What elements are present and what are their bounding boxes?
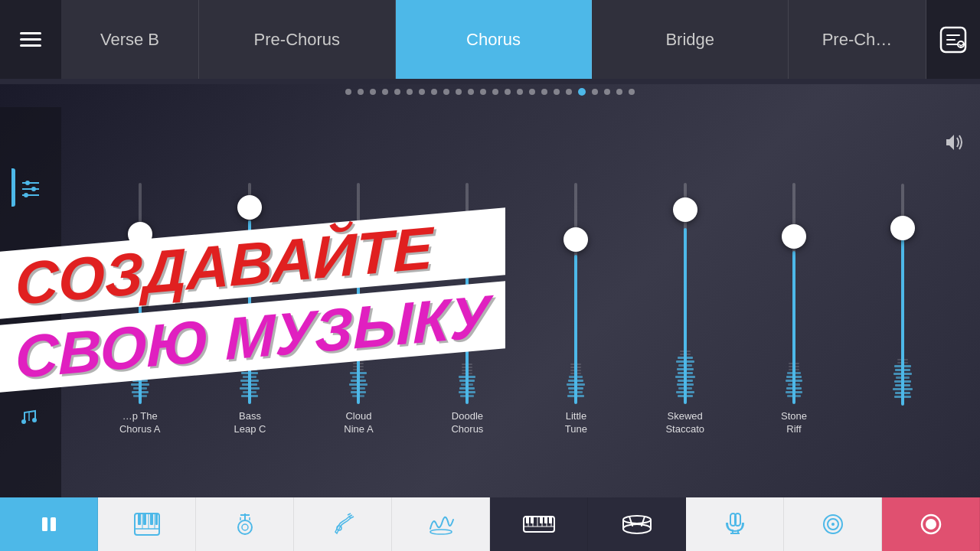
svg-point-54: [831, 523, 835, 526]
slider-label-5: LittleTune: [565, 410, 587, 436]
svg-rect-40: [540, 517, 543, 523]
svg-rect-15: [138, 514, 141, 525]
slider-label-1: …p TheChorus A: [119, 410, 160, 436]
slider-label-7: StoneRiff: [781, 410, 807, 436]
slider-stone-riff[interactable]: StoneRiff: [775, 176, 813, 436]
slider-label-2: BassLeap C: [234, 410, 266, 436]
tool-mic[interactable]: [686, 497, 784, 551]
dot-4: [382, 89, 388, 95]
slider-column-6: [666, 176, 704, 404]
dot-22: [604, 89, 610, 95]
svg-point-6: [31, 187, 36, 191]
dot-13: [492, 89, 498, 95]
tool-guitar-acoustic[interactable]: [196, 497, 294, 551]
tab-pre-ch2[interactable]: Pre-Ch…: [789, 0, 926, 79]
tab-verse-b[interactable]: Verse B: [61, 0, 199, 79]
progress-dots: [0, 84, 980, 99]
dot-8: [431, 89, 437, 95]
knob-8[interactable]: [890, 216, 915, 240]
svg-point-9: [32, 418, 37, 422]
svg-rect-12: [51, 517, 56, 531]
dot-24: [629, 89, 635, 95]
dot-10: [456, 89, 462, 95]
menu-button[interactable]: [0, 0, 61, 79]
tool-pause[interactable]: [0, 497, 98, 551]
dot-14: [505, 89, 511, 95]
tool-keyboard[interactable]: [490, 497, 588, 551]
tool-wave[interactable]: [784, 497, 882, 551]
slider-label-4: DoodleChorus: [451, 410, 483, 436]
dot-7: [419, 89, 425, 95]
active-indicator: [11, 168, 15, 207]
dot-23: [616, 89, 622, 95]
sidebar-mixer-icon[interactable]: [11, 168, 50, 207]
svg-rect-39: [531, 517, 534, 523]
svg-point-7: [24, 193, 28, 197]
tool-synth[interactable]: [392, 497, 490, 551]
knob-6[interactable]: [673, 197, 697, 222]
svg-point-5: [25, 181, 30, 185]
svg-rect-41: [544, 517, 547, 523]
svg-point-46: [623, 516, 651, 523]
svg-point-29: [430, 530, 452, 534]
slider-extra[interactable]: [884, 176, 922, 436]
svg-rect-42: [549, 517, 552, 523]
tool-piano[interactable]: [98, 497, 196, 551]
slider-little-tune[interactable]: LittleTune: [557, 176, 595, 436]
svg-rect-16: [143, 514, 146, 525]
svg-line-26: [349, 515, 352, 517]
dot-21: [592, 89, 598, 95]
svg-point-19: [238, 520, 252, 534]
svg-point-20: [242, 524, 248, 530]
dot-16: [529, 89, 535, 95]
tab-pre-chorus[interactable]: Pre-Chorus: [199, 0, 396, 79]
tool-guitar-electric[interactable]: [294, 497, 392, 551]
dot-19: [566, 89, 572, 95]
volume-icon[interactable]: [943, 132, 965, 153]
svg-point-56: [926, 519, 936, 530]
svg-rect-17: [150, 514, 153, 525]
dot-12: [480, 89, 486, 95]
tool-record[interactable]: [882, 497, 980, 551]
svg-rect-18: [155, 514, 158, 525]
header: Verse B Pre-Chorus Chorus Bridge Pre-Ch…: [0, 0, 980, 79]
hamburger-icon: [20, 32, 41, 47]
dot-15: [517, 89, 523, 95]
dot-20-active: [578, 88, 586, 96]
slider-label-3: CloudNine A: [344, 410, 373, 436]
dot-6: [407, 89, 413, 95]
dot-17: [541, 89, 547, 95]
tabs-container: Verse B Pre-Chorus Chorus Bridge Pre-Ch…: [61, 0, 926, 79]
svg-rect-11: [42, 517, 47, 531]
svg-point-43: [623, 524, 651, 533]
svg-line-27: [351, 517, 354, 518]
slider-column-5: [557, 176, 595, 404]
slider-column-7: [775, 176, 813, 404]
dot-18: [554, 89, 560, 95]
dot-1: [345, 89, 351, 95]
svg-rect-38: [526, 517, 529, 523]
knob-7[interactable]: [782, 224, 806, 249]
tab-chorus[interactable]: Chorus: [396, 0, 593, 79]
switch-icon[interactable]: [926, 0, 980, 79]
dot-11: [468, 89, 474, 95]
slider-label-6: SkewedStaccato: [665, 410, 704, 436]
svg-line-28: [348, 514, 351, 515]
tool-drums[interactable]: [588, 497, 686, 551]
sidebar-notes-icon[interactable]: [11, 398, 50, 436]
bottom-toolbar: [0, 497, 980, 551]
dot-9: [443, 89, 449, 95]
dot-2: [358, 89, 364, 95]
slider-skewed-staccato[interactable]: SkewedStaccato: [665, 176, 704, 436]
svg-point-8: [21, 419, 26, 424]
dot-5: [394, 89, 400, 95]
slider-column-8: [884, 176, 922, 406]
dot-3: [370, 89, 376, 95]
tab-bridge[interactable]: Bridge: [592, 0, 789, 79]
